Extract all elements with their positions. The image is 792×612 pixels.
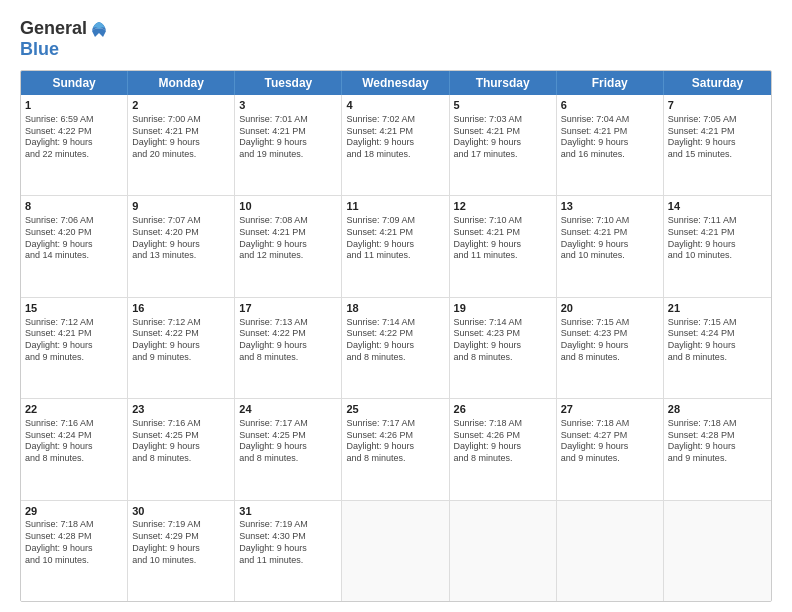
day-number: 25	[346, 402, 444, 417]
calendar-header: SundayMondayTuesdayWednesdayThursdayFrid…	[21, 71, 771, 95]
cell-info: Sunrise: 7:10 AMSunset: 4:21 PMDaylight:…	[561, 215, 659, 262]
day-number: 19	[454, 301, 552, 316]
header-day-saturday: Saturday	[664, 71, 771, 95]
cell-info: Sunrise: 7:05 AMSunset: 4:21 PMDaylight:…	[668, 114, 767, 161]
calendar-row-2: 15Sunrise: 7:12 AMSunset: 4:21 PMDayligh…	[21, 298, 771, 399]
cal-cell: 21Sunrise: 7:15 AMSunset: 4:24 PMDayligh…	[664, 298, 771, 398]
cal-cell: 16Sunrise: 7:12 AMSunset: 4:22 PMDayligh…	[128, 298, 235, 398]
cal-cell: 31Sunrise: 7:19 AMSunset: 4:30 PMDayligh…	[235, 501, 342, 601]
calendar: SundayMondayTuesdayWednesdayThursdayFrid…	[20, 70, 772, 602]
cal-cell: 23Sunrise: 7:16 AMSunset: 4:25 PMDayligh…	[128, 399, 235, 499]
header-day-wednesday: Wednesday	[342, 71, 449, 95]
day-number: 17	[239, 301, 337, 316]
cell-info: Sunrise: 7:01 AMSunset: 4:21 PMDaylight:…	[239, 114, 337, 161]
cell-info: Sunrise: 7:12 AMSunset: 4:21 PMDaylight:…	[25, 317, 123, 364]
header-day-friday: Friday	[557, 71, 664, 95]
day-number: 24	[239, 402, 337, 417]
logo-general-text: General	[20, 18, 87, 39]
cell-info: Sunrise: 7:03 AMSunset: 4:21 PMDaylight:…	[454, 114, 552, 161]
cal-cell: 18Sunrise: 7:14 AMSunset: 4:22 PMDayligh…	[342, 298, 449, 398]
day-number: 3	[239, 98, 337, 113]
day-number: 16	[132, 301, 230, 316]
day-number: 22	[25, 402, 123, 417]
header: General Blue	[20, 18, 772, 60]
cell-info: Sunrise: 7:15 AMSunset: 4:23 PMDaylight:…	[561, 317, 659, 364]
logo: General Blue	[20, 18, 109, 60]
day-number: 1	[25, 98, 123, 113]
day-number: 5	[454, 98, 552, 113]
cal-cell: 26Sunrise: 7:18 AMSunset: 4:26 PMDayligh…	[450, 399, 557, 499]
cell-info: Sunrise: 7:00 AMSunset: 4:21 PMDaylight:…	[132, 114, 230, 161]
cell-info: Sunrise: 7:12 AMSunset: 4:22 PMDaylight:…	[132, 317, 230, 364]
cell-info: Sunrise: 7:17 AMSunset: 4:26 PMDaylight:…	[346, 418, 444, 465]
cal-cell: 12Sunrise: 7:10 AMSunset: 4:21 PMDayligh…	[450, 196, 557, 296]
calendar-row-0: 1Sunrise: 6:59 AMSunset: 4:22 PMDaylight…	[21, 95, 771, 196]
day-number: 6	[561, 98, 659, 113]
cell-info: Sunrise: 6:59 AMSunset: 4:22 PMDaylight:…	[25, 114, 123, 161]
day-number: 21	[668, 301, 767, 316]
cal-cell: 9Sunrise: 7:07 AMSunset: 4:20 PMDaylight…	[128, 196, 235, 296]
cal-cell	[664, 501, 771, 601]
cal-cell: 17Sunrise: 7:13 AMSunset: 4:22 PMDayligh…	[235, 298, 342, 398]
day-number: 8	[25, 199, 123, 214]
day-number: 9	[132, 199, 230, 214]
header-day-sunday: Sunday	[21, 71, 128, 95]
cal-cell: 14Sunrise: 7:11 AMSunset: 4:21 PMDayligh…	[664, 196, 771, 296]
day-number: 13	[561, 199, 659, 214]
cal-cell: 24Sunrise: 7:17 AMSunset: 4:25 PMDayligh…	[235, 399, 342, 499]
cell-info: Sunrise: 7:13 AMSunset: 4:22 PMDaylight:…	[239, 317, 337, 364]
header-day-thursday: Thursday	[450, 71, 557, 95]
cell-info: Sunrise: 7:15 AMSunset: 4:24 PMDaylight:…	[668, 317, 767, 364]
cell-info: Sunrise: 7:11 AMSunset: 4:21 PMDaylight:…	[668, 215, 767, 262]
day-number: 18	[346, 301, 444, 316]
day-number: 29	[25, 504, 123, 519]
cal-cell: 4Sunrise: 7:02 AMSunset: 4:21 PMDaylight…	[342, 95, 449, 195]
day-number: 7	[668, 98, 767, 113]
cal-cell: 15Sunrise: 7:12 AMSunset: 4:21 PMDayligh…	[21, 298, 128, 398]
cal-cell: 11Sunrise: 7:09 AMSunset: 4:21 PMDayligh…	[342, 196, 449, 296]
day-number: 27	[561, 402, 659, 417]
cal-cell: 2Sunrise: 7:00 AMSunset: 4:21 PMDaylight…	[128, 95, 235, 195]
cell-info: Sunrise: 7:07 AMSunset: 4:20 PMDaylight:…	[132, 215, 230, 262]
cal-cell: 3Sunrise: 7:01 AMSunset: 4:21 PMDaylight…	[235, 95, 342, 195]
cell-info: Sunrise: 7:06 AMSunset: 4:20 PMDaylight:…	[25, 215, 123, 262]
cell-info: Sunrise: 7:14 AMSunset: 4:23 PMDaylight:…	[454, 317, 552, 364]
cal-cell: 30Sunrise: 7:19 AMSunset: 4:29 PMDayligh…	[128, 501, 235, 601]
cal-cell	[342, 501, 449, 601]
calendar-row-4: 29Sunrise: 7:18 AMSunset: 4:28 PMDayligh…	[21, 501, 771, 601]
day-number: 28	[668, 402, 767, 417]
cal-cell: 19Sunrise: 7:14 AMSunset: 4:23 PMDayligh…	[450, 298, 557, 398]
cal-cell	[450, 501, 557, 601]
cell-info: Sunrise: 7:04 AMSunset: 4:21 PMDaylight:…	[561, 114, 659, 161]
cell-info: Sunrise: 7:18 AMSunset: 4:26 PMDaylight:…	[454, 418, 552, 465]
logo-blue-text: Blue	[20, 39, 59, 59]
cell-info: Sunrise: 7:08 AMSunset: 4:21 PMDaylight:…	[239, 215, 337, 262]
cell-info: Sunrise: 7:18 AMSunset: 4:28 PMDaylight:…	[668, 418, 767, 465]
cell-info: Sunrise: 7:19 AMSunset: 4:30 PMDaylight:…	[239, 519, 337, 566]
cell-info: Sunrise: 7:18 AMSunset: 4:28 PMDaylight:…	[25, 519, 123, 566]
cell-info: Sunrise: 7:09 AMSunset: 4:21 PMDaylight:…	[346, 215, 444, 262]
page: General Blue SundayMondayTuesdayWednesda…	[0, 0, 792, 612]
header-day-tuesday: Tuesday	[235, 71, 342, 95]
cal-cell: 1Sunrise: 6:59 AMSunset: 4:22 PMDaylight…	[21, 95, 128, 195]
header-day-monday: Monday	[128, 71, 235, 95]
day-number: 30	[132, 504, 230, 519]
day-number: 23	[132, 402, 230, 417]
calendar-row-3: 22Sunrise: 7:16 AMSunset: 4:24 PMDayligh…	[21, 399, 771, 500]
day-number: 14	[668, 199, 767, 214]
cal-cell: 22Sunrise: 7:16 AMSunset: 4:24 PMDayligh…	[21, 399, 128, 499]
cal-cell: 27Sunrise: 7:18 AMSunset: 4:27 PMDayligh…	[557, 399, 664, 499]
cell-info: Sunrise: 7:17 AMSunset: 4:25 PMDaylight:…	[239, 418, 337, 465]
cell-info: Sunrise: 7:16 AMSunset: 4:24 PMDaylight:…	[25, 418, 123, 465]
cell-info: Sunrise: 7:10 AMSunset: 4:21 PMDaylight:…	[454, 215, 552, 262]
day-number: 2	[132, 98, 230, 113]
day-number: 20	[561, 301, 659, 316]
day-number: 26	[454, 402, 552, 417]
day-number: 12	[454, 199, 552, 214]
day-number: 4	[346, 98, 444, 113]
day-number: 10	[239, 199, 337, 214]
cell-info: Sunrise: 7:14 AMSunset: 4:22 PMDaylight:…	[346, 317, 444, 364]
cell-info: Sunrise: 7:02 AMSunset: 4:21 PMDaylight:…	[346, 114, 444, 161]
cal-cell: 7Sunrise: 7:05 AMSunset: 4:21 PMDaylight…	[664, 95, 771, 195]
cal-cell: 20Sunrise: 7:15 AMSunset: 4:23 PMDayligh…	[557, 298, 664, 398]
